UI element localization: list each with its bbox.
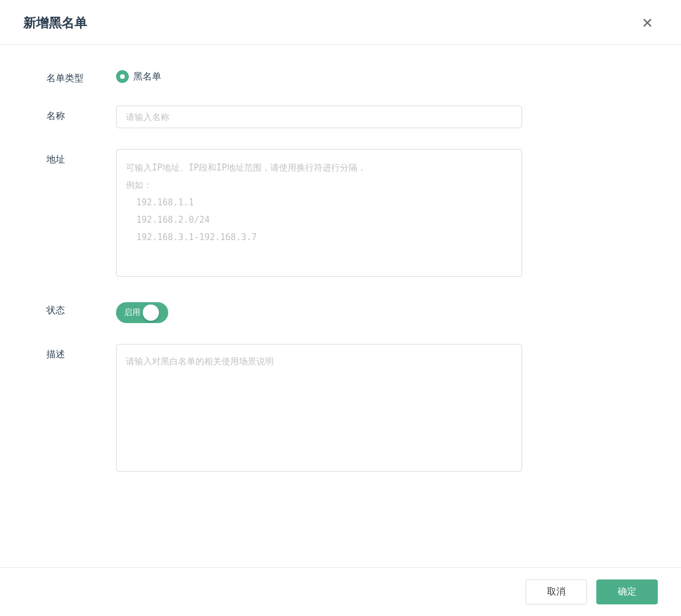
address-row: 地址 xyxy=(46,149,635,279)
dialog: 新增黑名单 ✕ 名单类型 黑名单 名称 地址 状态 xyxy=(0,0,681,616)
description-row: 描述 xyxy=(46,344,635,474)
address-label: 地址 xyxy=(46,149,116,166)
name-control xyxy=(116,106,522,128)
dialog-header: 新增黑名单 ✕ xyxy=(0,0,681,45)
status-row: 状态 启用 xyxy=(46,300,635,323)
toggle-thumb xyxy=(143,305,159,321)
dialog-title: 新增黑名单 xyxy=(23,15,87,32)
list-type-row: 名单类型 黑名单 xyxy=(46,68,635,85)
name-label: 名称 xyxy=(46,106,116,122)
confirm-button[interactable]: 确定 xyxy=(596,579,658,604)
address-textarea[interactable] xyxy=(116,149,522,277)
address-control xyxy=(116,149,522,279)
cancel-button[interactable]: 取消 xyxy=(526,579,587,604)
blacklist-radio[interactable] xyxy=(116,70,129,83)
close-button[interactable]: ✕ xyxy=(637,14,658,32)
status-toggle[interactable]: 启用 xyxy=(116,302,168,323)
dialog-footer: 取消 确定 xyxy=(0,567,681,616)
status-label: 状态 xyxy=(46,300,116,317)
blacklist-radio-label[interactable]: 黑名单 xyxy=(133,71,161,83)
description-label: 描述 xyxy=(46,344,116,361)
list-type-control: 黑名单 xyxy=(116,68,522,83)
list-type-label: 名单类型 xyxy=(46,68,116,85)
description-textarea[interactable] xyxy=(116,344,522,472)
description-control xyxy=(116,344,522,474)
name-row: 名称 xyxy=(46,106,635,128)
toggle-track: 启用 xyxy=(116,302,168,323)
name-input[interactable] xyxy=(116,106,522,128)
dialog-body: 名单类型 黑名单 名称 地址 状态 xyxy=(0,45,681,567)
status-control: 启用 xyxy=(116,300,522,323)
toggle-label-text: 启用 xyxy=(124,307,140,318)
